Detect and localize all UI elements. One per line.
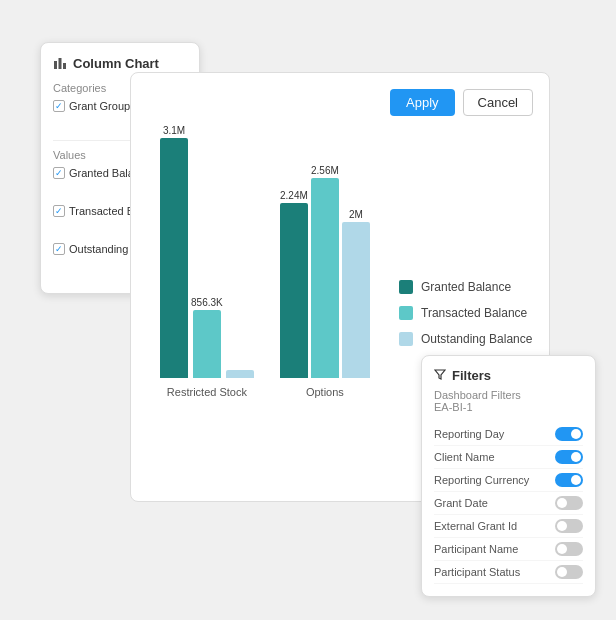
legend-label: Granted Balance	[421, 280, 511, 294]
filter-icon	[434, 368, 446, 383]
bars-wrapper: 3.1M856.3KRestricted Stock2.24M2.56M2MOp…	[147, 128, 383, 428]
legend-color-dot	[399, 280, 413, 294]
bar	[226, 370, 254, 378]
bar-group: 3.1M856.3KRestricted Stock	[160, 125, 254, 398]
filter-row: Grant Date	[434, 492, 583, 515]
bar-value-label: 2.24M	[280, 190, 308, 201]
bar-group: 2.24M2.56M2MOptions	[280, 165, 370, 398]
chart-icon	[53, 55, 67, 72]
filter-toggle[interactable]	[555, 519, 583, 533]
panel-title: Column Chart	[53, 55, 187, 72]
filter-row: Reporting Currency	[434, 469, 583, 492]
svg-rect-0	[54, 61, 57, 69]
filters-subtitle: Dashboard Filters EA-BI-1	[434, 389, 583, 413]
cancel-button[interactable]: Cancel	[463, 89, 533, 116]
legend-item: Outstanding Balance	[399, 332, 533, 346]
value1-checkbox[interactable]: ✓	[53, 167, 65, 179]
chart-toolbar: Apply Cancel	[147, 89, 533, 116]
value2-checkbox[interactable]: ✓	[53, 205, 65, 217]
filters-title: Filters	[434, 368, 583, 383]
value3-checkbox[interactable]: ✓	[53, 243, 65, 255]
bar	[280, 203, 308, 378]
filter-toggle[interactable]	[555, 450, 583, 464]
filter-label: Reporting Day	[434, 428, 504, 440]
bar-value-label: 2M	[349, 209, 363, 220]
bar-value-label: 3.1M	[163, 125, 185, 136]
bar	[160, 138, 188, 378]
bar-category-label: Restricted Stock	[167, 386, 247, 398]
filter-row: Participant Status	[434, 561, 583, 584]
filter-label: Participant Name	[434, 543, 518, 555]
bar-value-label: 856.3K	[191, 297, 223, 308]
filter-label: Grant Date	[434, 497, 488, 509]
filter-row: External Grant Id	[434, 515, 583, 538]
chart-area: 3.1M856.3KRestricted Stock2.24M2.56M2MOp…	[147, 128, 383, 498]
filter-row: Participant Name	[434, 538, 583, 561]
svg-rect-1	[59, 58, 62, 69]
filter-label: Participant Status	[434, 566, 520, 578]
filter-toggle[interactable]	[555, 473, 583, 487]
filter-label: External Grant Id	[434, 520, 517, 532]
svg-rect-2	[63, 63, 66, 69]
bar	[342, 222, 370, 378]
filter-row: Reporting Day	[434, 423, 583, 446]
category-checkbox[interactable]: ✓	[53, 100, 65, 112]
filter-toggle[interactable]	[555, 496, 583, 510]
bar	[193, 310, 221, 378]
filters-panel: Filters Dashboard Filters EA-BI-1 Report…	[421, 355, 596, 597]
legend-label: Transacted Balance	[421, 306, 527, 320]
legend-label: Outstanding Balance	[421, 332, 532, 346]
filter-label: Reporting Currency	[434, 474, 529, 486]
filter-toggle[interactable]	[555, 542, 583, 556]
filter-label: Client Name	[434, 451, 495, 463]
filter-toggle[interactable]	[555, 427, 583, 441]
filter-rows: Reporting DayClient NameReporting Curren…	[434, 423, 583, 584]
filter-row: Client Name	[434, 446, 583, 469]
filter-toggle[interactable]	[555, 565, 583, 579]
legend-color-dot	[399, 306, 413, 320]
filters-title-text: Filters	[452, 368, 491, 383]
bar	[311, 178, 339, 378]
bar-value-label: 2.56M	[311, 165, 339, 176]
panel-title-text: Column Chart	[73, 56, 159, 71]
legend-item: Transacted Balance	[399, 306, 533, 320]
legend-item: Granted Balance	[399, 280, 533, 294]
bar-category-label: Options	[306, 386, 344, 398]
legend-color-dot	[399, 332, 413, 346]
apply-button[interactable]: Apply	[390, 89, 455, 116]
